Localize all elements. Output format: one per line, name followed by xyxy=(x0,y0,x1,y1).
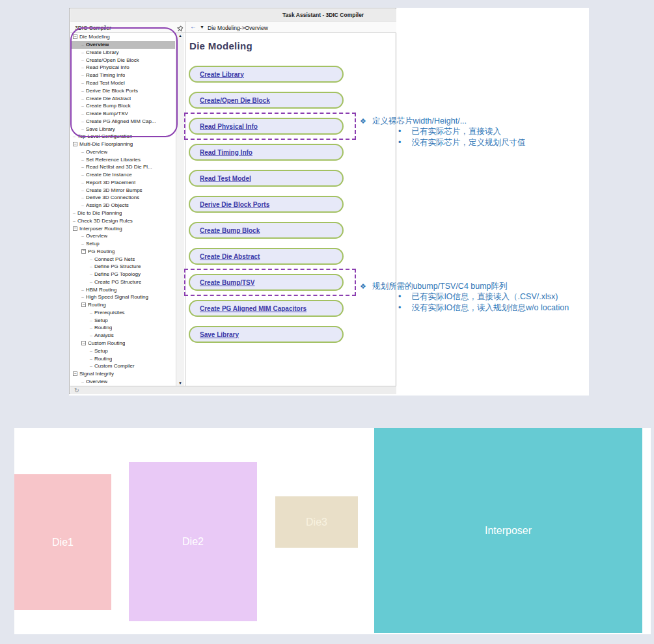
annotation-title-row: ❖规划所需的ubump/TSV/C4 bump阵列 xyxy=(360,281,588,291)
tree-connector-icon: – xyxy=(81,50,84,55)
task-button-label: Read Test Model xyxy=(200,175,251,182)
tree-item[interactable]: –Overview xyxy=(70,148,175,155)
tree-item[interactable]: –Read Test Model xyxy=(70,79,175,87)
tree-connector-icon: – xyxy=(81,42,84,47)
tree-item[interactable]: –Setup xyxy=(70,240,175,248)
tree-item[interactable]: –Routing xyxy=(70,355,175,362)
tree-item[interactable]: –Create Die Instance xyxy=(70,171,175,179)
tree-item[interactable]: –Connect PG Nets xyxy=(70,255,175,263)
panel-divider xyxy=(185,21,185,386)
task-button[interactable]: Create Bump/TSV xyxy=(189,274,344,291)
tree-item[interactable]: –Overview xyxy=(70,232,175,240)
tree-item[interactable]: −Interposer Routing xyxy=(70,224,175,232)
tree-item[interactable]: –Create PG Structure xyxy=(70,278,175,286)
task-button[interactable]: Create Die Abstract xyxy=(189,248,344,265)
tree-item[interactable]: –Prerequisites xyxy=(70,309,175,317)
tree-item[interactable]: –Derive 3D Connections xyxy=(70,194,175,202)
tree-item[interactable]: –Custom Compiler xyxy=(70,362,175,370)
tree-item[interactable]: –Read Netlist and 3D Die Pl... xyxy=(70,163,175,171)
die-block-interposer: Interposer xyxy=(374,428,642,633)
tree-item[interactable]: –Die to Die Planning xyxy=(70,209,175,217)
tree-item[interactable]: −Custom Routing xyxy=(70,340,175,347)
task-button[interactable]: Read Physical Info xyxy=(189,118,344,135)
tree-item[interactable]: –Create Bump Block xyxy=(70,102,175,110)
tree-item[interactable]: –Overview xyxy=(70,41,175,49)
breadcrumb-dropdown-icon[interactable]: ▼ xyxy=(200,25,204,29)
annotation-bullet: •没有实际IO信息，读入规划信息w/o location xyxy=(398,302,588,314)
task-button[interactable]: Create Bump Block xyxy=(189,222,344,239)
expand-icon[interactable]: − xyxy=(73,34,77,39)
tree-item[interactable]: –Create 3D Mirror Bumps xyxy=(70,186,175,194)
tree-item[interactable]: –Report 3D Placement xyxy=(70,179,175,187)
tree-item-label: Routing xyxy=(94,356,113,362)
tree-item-label: Routing xyxy=(94,325,113,330)
task-button[interactable]: Derive Die Block Ports xyxy=(189,196,344,213)
tree-item[interactable]: –Set Reference Libraries xyxy=(70,155,175,163)
tree-item[interactable]: –Check 3D Design Rules xyxy=(70,217,175,224)
expand-icon[interactable]: − xyxy=(81,249,86,254)
tree-item[interactable]: −Signal Integrity xyxy=(70,370,175,378)
tree-item-label: Signal Integrity xyxy=(79,371,114,377)
tree-item[interactable]: −Multi-Die Floorplanning xyxy=(70,141,175,148)
status-icon[interactable]: ↻ xyxy=(74,387,79,394)
tree-item[interactable]: –Routing xyxy=(70,324,175,332)
task-button[interactable]: Save Library xyxy=(189,326,344,343)
tree-item[interactable]: –Read Physical Info xyxy=(70,64,175,72)
scroll-down-icon[interactable]: ▼ xyxy=(178,381,182,385)
diamond-bullet-icon: ❖ xyxy=(360,116,366,126)
tree-connector-icon: – xyxy=(90,272,92,276)
tree-item[interactable]: –Assign 3D Objects xyxy=(70,202,175,209)
tree-item[interactable]: –Top-Level Configuration xyxy=(70,133,175,141)
tree-scrollbar[interactable]: ▲ ▼ xyxy=(176,33,184,386)
tree-item[interactable]: –Create Library xyxy=(70,49,175,57)
annotation: ❖定义裸芯片width/Height/...•已有实际芯片，直接读入•没有实际芯… xyxy=(360,116,588,148)
task-button[interactable]: Create/Open Die Block xyxy=(189,92,344,109)
annotation: ❖规划所需的ubump/TSV/C4 bump阵列•已有实际IO信息，直接读入（… xyxy=(360,281,588,314)
tree-item-label: Setup xyxy=(86,241,100,247)
expand-icon[interactable]: − xyxy=(73,142,77,146)
expand-icon[interactable]: − xyxy=(73,371,77,376)
tree-connector-icon: – xyxy=(81,172,84,177)
expand-icon[interactable]: − xyxy=(81,341,86,345)
tree-item-label: High Speed Signal Routing xyxy=(86,294,148,300)
tree-item-label: Create Bump Block xyxy=(86,103,131,109)
tree-item[interactable]: –Setup xyxy=(70,347,175,355)
task-button-label: Create PG Aligned MIM Capacitors xyxy=(200,305,307,312)
annotation-bullet-text: 已有实际芯片，直接读入 xyxy=(411,126,501,137)
task-button[interactable]: Read Test Model xyxy=(189,170,344,187)
tree-item-label: Setup xyxy=(94,317,108,323)
tree-connector-icon: – xyxy=(90,325,92,330)
task-button[interactable]: Create PG Aligned MIM Capacitors xyxy=(189,300,344,317)
bullet-icon: • xyxy=(398,302,401,314)
tree-item-label: Define PG Topology xyxy=(94,271,141,277)
task-button[interactable]: Create Library xyxy=(189,66,344,83)
tree-item-label: Routing xyxy=(88,302,106,308)
pin-icon[interactable] xyxy=(176,23,184,31)
tree-item[interactable]: –Derive Die Block Ports xyxy=(70,87,175,94)
tree-item[interactable]: –Overview xyxy=(70,377,175,385)
tree-item[interactable]: –High Speed Signal Routing xyxy=(70,293,175,301)
back-arrow-icon[interactable]: ← xyxy=(190,23,197,30)
tree-item-label: Overview xyxy=(86,233,107,239)
tree-item[interactable]: –HBM Routing xyxy=(70,286,175,293)
tree-item[interactable]: −Die Modeling xyxy=(70,33,175,41)
tree-item[interactable]: –Define PG Structure xyxy=(70,263,175,271)
tree-item[interactable]: –Create PG Aligned MIM Cap... xyxy=(70,117,175,125)
tree-item[interactable]: –Read Timing Info xyxy=(70,72,175,79)
tree-item[interactable]: −PG Routing xyxy=(70,247,175,255)
expand-icon[interactable]: − xyxy=(73,226,77,231)
tree-item-label: Read Test Model xyxy=(86,80,125,86)
tree-item[interactable]: –Save Library xyxy=(70,125,175,133)
tree-item[interactable]: –Define PG Topology xyxy=(70,271,175,278)
scroll-up-icon[interactable]: ▲ xyxy=(178,34,182,38)
tree-item[interactable]: −Routing xyxy=(70,301,175,309)
tree-item[interactable]: –Analysis xyxy=(70,332,175,340)
tree-item[interactable]: –Create Bump/TSV xyxy=(70,110,175,118)
tree-item-label: Read Physical Info xyxy=(86,64,129,70)
tree-item[interactable]: –Setup xyxy=(70,316,175,324)
task-button[interactable]: Read Timing Info xyxy=(189,144,344,161)
tree-item[interactable]: –Create/Open Die Block xyxy=(70,56,175,64)
tree-connector-icon: – xyxy=(81,65,84,70)
expand-icon[interactable]: − xyxy=(81,302,86,307)
tree-item[interactable]: –Create Die Abstract xyxy=(70,94,175,102)
